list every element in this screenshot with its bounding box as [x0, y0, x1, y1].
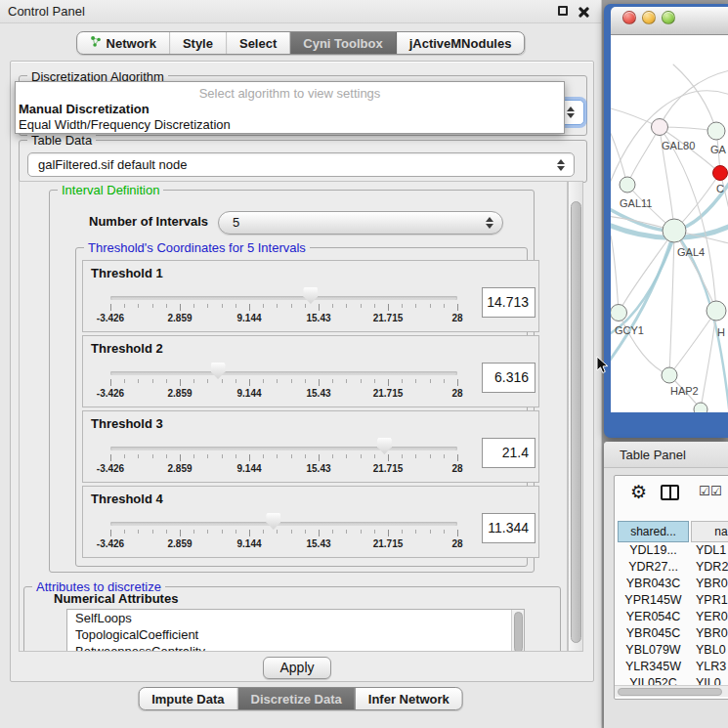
slider-thumb[interactable]	[303, 287, 318, 304]
slider-track[interactable]	[110, 371, 457, 375]
tab-jactivemnodules[interactable]: jActiveMNodules	[397, 32, 525, 54]
table-row[interactable]: YDR27...YDR2	[615, 559, 728, 576]
settings-scrollbar[interactable]	[568, 181, 583, 652]
tick-mark	[110, 530, 111, 536]
tick-mark	[193, 530, 194, 534]
slider-thumb[interactable]	[211, 363, 226, 379]
tick-label: 15.43	[306, 388, 330, 399]
slider-track[interactable]	[110, 447, 457, 450]
interval-definition-group: Interval Definition Number of Intervals …	[49, 190, 535, 573]
tick-mark	[263, 304, 264, 308]
tab-style[interactable]: Style	[170, 32, 227, 54]
cell-name: YPR1	[693, 592, 728, 609]
table-data-combobox[interactable]: galFiltered.sif default node	[27, 152, 575, 177]
tick-mark	[319, 304, 320, 311]
network-node-c[interactable]	[713, 166, 728, 181]
threshold-value-field[interactable]: 11.344	[482, 513, 535, 543]
algorithm-option-equal-width-frequency-discretization[interactable]: Equal Width/Frequency Discretization	[19, 117, 231, 133]
tab-label: jActiveMNodules	[409, 36, 512, 51]
column-header-shared-name[interactable]: shared...	[618, 521, 689, 542]
network-node[interactable]	[694, 403, 707, 412]
numerical-attributes-list[interactable]: SelfLoopsTopologicalCoefficientBetweenne…	[66, 609, 525, 652]
threshold-box: Threshold 3 -3.4262.8599.14415.4321.7152…	[82, 410, 539, 483]
checkbox-icon[interactable]: ☑	[699, 486, 710, 497]
threshold-value-field[interactable]: 21.4	[482, 438, 535, 468]
table-hscrollbar-thumb[interactable]	[618, 688, 722, 696]
table-horizontal-scrollbar[interactable]	[615, 685, 728, 697]
table-panel-titlebar[interactable]: Table Panel	[604, 442, 728, 468]
algorithm-option-manual-discretization[interactable]: Manual Discretization	[19, 102, 150, 117]
tick-mark	[361, 304, 362, 308]
threshold-value-field[interactable]: 14.713	[482, 287, 535, 318]
tick-mark	[193, 454, 194, 458]
zoom-traffic-light-icon[interactable]	[662, 11, 675, 24]
tab-discretize-data[interactable]: Discretize Data	[238, 688, 356, 709]
table-data-value: galFiltered.sif default node	[38, 157, 187, 172]
cell-shared-name: YBL079W	[618, 642, 689, 659]
network-window-titlebar[interactable]	[611, 7, 728, 35]
slider-track[interactable]	[110, 296, 457, 300]
list-scrollbar-thumb[interactable]	[514, 612, 523, 652]
table-row[interactable]: YIL052CYIL0	[615, 675, 728, 685]
apply-button[interactable]: Apply	[263, 657, 331, 679]
number-of-intervals-spinner[interactable]: 5	[218, 211, 503, 235]
gear-icon[interactable]: ⚙	[630, 482, 647, 503]
table-row[interactable]: YLR345WYLR3	[615, 659, 728, 675]
threshold-label: Threshold 4	[91, 492, 163, 506]
network-node-hap2[interactable]	[662, 367, 677, 383]
network-node-gal80[interactable]	[652, 119, 668, 136]
slider-thumb[interactable]	[266, 513, 280, 530]
attribute-item-selfloops[interactable]: SelfLoops	[67, 610, 524, 626]
tick-mark	[263, 454, 264, 458]
table-row[interactable]: YBR043CYBR0	[615, 576, 728, 592]
tick-mark	[152, 304, 153, 308]
attribute-item-topologicalcoefficient[interactable]: TopologicalCoefficient	[67, 626, 524, 643]
settings-scrollbar-thumb[interactable]	[571, 201, 581, 643]
tab-impute-data[interactable]: Impute Data	[139, 688, 237, 709]
combo-arrows-icon	[557, 159, 565, 171]
tick-mark	[332, 454, 333, 458]
list-scrollbar[interactable]	[511, 610, 524, 652]
minimize-traffic-light-icon[interactable]	[642, 11, 656, 24]
tick-mark	[124, 304, 125, 308]
control-panel-titlebar[interactable]: Control Panel	[0, 0, 601, 23]
columns-icon[interactable]	[661, 485, 679, 500]
network-node-h[interactable]	[707, 301, 726, 321]
tab-infer-network[interactable]: Infer Network	[356, 688, 462, 709]
tab-label: Infer Network	[368, 692, 450, 707]
tick-label: 9.144	[236, 538, 261, 549]
table-data-group: Table Data galFiltered.sif default node	[19, 140, 587, 183]
tick-label: 28	[451, 538, 462, 549]
network-node-ga[interactable]	[707, 122, 725, 140]
threshold-value-field[interactable]: 6.316	[482, 363, 535, 393]
attribute-item-betweennesscentrality[interactable]: BetweennessCentrality	[67, 643, 524, 652]
network-node-gal11[interactable]	[620, 177, 635, 193]
close-traffic-light-icon[interactable]	[622, 11, 636, 24]
algorithm-popup-hint: Select algorithm to view settings	[16, 86, 564, 101]
network-canvas[interactable]: GAL80GACGAL11GAL4GCY1HHAP2	[611, 35, 728, 412]
table-row[interactable]: YBL079WYBL0	[615, 642, 728, 659]
table-row[interactable]: YBR045CYBR0	[615, 625, 728, 642]
attributes-group: Attributes to discretize Numerical Attri…	[23, 586, 561, 652]
cell-shared-name: YLR345W	[618, 659, 689, 675]
table-row[interactable]: YPR145WYPR1	[615, 592, 728, 609]
tab-label: Network	[107, 36, 156, 51]
slider-thumb[interactable]	[377, 438, 392, 454]
table-row[interactable]: YDL19...YDL1	[615, 542, 728, 559]
slider-track[interactable]	[110, 522, 457, 526]
network-nodes[interactable]: GAL80GACGAL11GAL4GCY1HHAP2	[611, 119, 728, 413]
network-node-gal4[interactable]	[663, 219, 686, 242]
tick-label: -3.426	[97, 313, 124, 323]
network-node-gcy1[interactable]	[611, 305, 627, 321]
tab-network[interactable]: Network	[77, 32, 170, 54]
control-panel-tabbar: NetworkStyleSelectCyni ToolboxjActiveMNo…	[76, 31, 526, 55]
tick-mark	[430, 304, 431, 308]
float-icon[interactable]	[558, 6, 568, 16]
table-row[interactable]: YER054CYER0	[615, 609, 728, 625]
tick-mark	[346, 530, 347, 534]
column-header-name[interactable]: na	[691, 521, 728, 542]
tab-cyni-toolbox[interactable]: Cyni Toolbox	[290, 32, 396, 54]
tab-select[interactable]: Select	[227, 32, 290, 54]
close-icon[interactable]	[578, 6, 589, 18]
checkbox-icon[interactable]: ☑	[710, 486, 722, 497]
